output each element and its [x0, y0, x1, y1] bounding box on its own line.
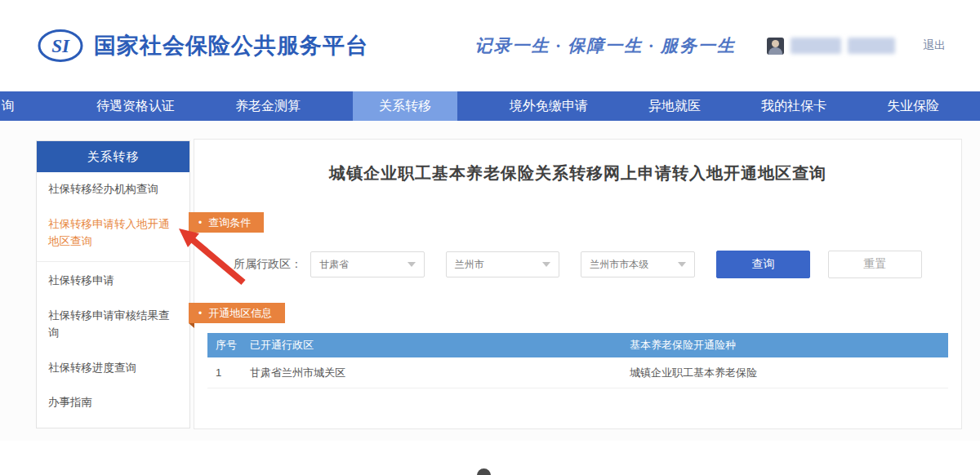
nav-item-relationship-transfer[interactable]: 关系转移	[353, 91, 457, 121]
tag-bullet: •	[198, 309, 202, 318]
bottom-partial-circle	[477, 468, 491, 475]
nav-item-my-social-card[interactable]: 我的社保卡	[753, 91, 835, 121]
chevron-down-icon	[542, 262, 550, 267]
avatar-head	[772, 40, 779, 47]
query-conditions-label: 查询条件	[208, 217, 251, 228]
sidebar-title: 关系转移	[37, 141, 189, 172]
query-conditions-tag: • 查询条件	[189, 212, 264, 233]
app-title: 国家社会保险公共服务平台	[94, 31, 368, 60]
app-header: SI 国家社会保险公共服务平台 记录一生 · 保障一生 · 服务一生 退出	[0, 0, 980, 91]
query-form-row: 所属行政区： 甘肃省 兰州市 兰州市市本级 查询 重置	[194, 251, 961, 278]
district-select-value: 兰州市市本级	[590, 258, 648, 272]
col-header-insurance-type: 基本养老保险开通险种	[630, 338, 948, 353]
sidebar-item-progress-query[interactable]: 社保转移进度查询	[37, 351, 189, 386]
nav-item-remote-medical[interactable]: 异地就医	[640, 91, 709, 121]
main-panel: 城镇企业职工基本养老保险关系转移网上申请转入地开通地区查询 • 查询条件 所属行…	[194, 139, 962, 429]
sidebar-item-audit-result-query[interactable]: 社保转移申请审核结果查询	[37, 299, 189, 351]
nav-item-benefit-certification[interactable]: 待遇资格认证	[88, 91, 183, 121]
redacted-username	[791, 38, 895, 54]
nav-item-pension-calc[interactable]: 养老金测算	[227, 91, 309, 121]
city-select[interactable]: 兰州市	[446, 251, 560, 277]
sidebar-item-agency-query[interactable]: 社保转移经办机构查询	[37, 172, 189, 207]
nav-item-cutoff[interactable]: 询	[0, 91, 20, 121]
user-area: 退出	[767, 38, 946, 55]
chevron-down-icon	[408, 262, 416, 267]
cell-insurance-type: 城镇企业职工基本养老保险	[630, 366, 948, 380]
district-select[interactable]: 兰州市市本级	[581, 251, 695, 277]
cell-region: 甘肃省兰州市城关区	[250, 366, 630, 380]
brand: SI 国家社会保险公共服务平台	[37, 28, 368, 64]
region-label: 所属行政区：	[234, 257, 302, 272]
sidebar-divider	[37, 261, 189, 262]
sidebar-item-guide[interactable]: 办事指南	[37, 385, 189, 420]
cell-index: 1	[207, 366, 250, 379]
user-avatar-icon	[767, 38, 784, 55]
nav-item-overseas-exemption[interactable]: 境外免缴申请	[501, 91, 596, 121]
open-regions-table: 序号 已开通行政区 基本养老保险开通险种 1 甘肃省兰州市城关区 城镇企业职工基…	[207, 333, 948, 388]
open-region-info-tag: • 开通地区信息	[189, 303, 285, 323]
avatar-body	[768, 47, 782, 55]
col-header-region: 已开通行政区	[250, 338, 630, 353]
query-button[interactable]: 查询	[716, 251, 810, 278]
si-logo-icon: SI	[37, 28, 84, 64]
col-header-index: 序号	[207, 338, 250, 353]
table-row: 1 甘肃省兰州市城关区 城镇企业职工基本养老保险	[207, 357, 948, 388]
logout-link[interactable]: 退出	[923, 38, 946, 53]
open-region-info-label: 开通地区信息	[208, 308, 272, 318]
table-header-row: 序号 已开通行政区 基本养老保险开通险种	[207, 333, 948, 357]
slogan-text: 记录一生 · 保障一生 · 服务一生	[475, 34, 737, 57]
province-select[interactable]: 甘肃省	[310, 251, 425, 277]
main-nav: 询 待遇资格认证 养老金测算 关系转移 境外免缴申请 异地就医 我的社保卡 失业…	[0, 91, 980, 121]
si-logo-text: SI	[51, 36, 70, 56]
reset-button[interactable]: 重置	[828, 251, 922, 278]
tag-bullet: •	[198, 218, 202, 228]
sidebar-item-transfer-apply[interactable]: 社保转移申请	[37, 264, 189, 299]
province-select-value: 甘肃省	[319, 258, 349, 272]
chevron-down-icon	[678, 262, 686, 267]
redacted-block	[791, 38, 841, 54]
redacted-block	[848, 38, 895, 54]
sidebar: 关系转移 社保转移经办机构查询 社保转移申请转入地开通地区查询 社保转移申请 社…	[36, 140, 190, 428]
nav-item-unemployment-insurance[interactable]: 失业保险	[879, 91, 947, 121]
sidebar-item-transfer-in-open-region-query[interactable]: 社保转移申请转入地开通地区查询	[37, 207, 189, 260]
city-select-value: 兰州市	[455, 258, 484, 272]
page-title: 城镇企业职工基本养老保险关系转移网上申请转入地开通地区查询	[194, 162, 961, 184]
